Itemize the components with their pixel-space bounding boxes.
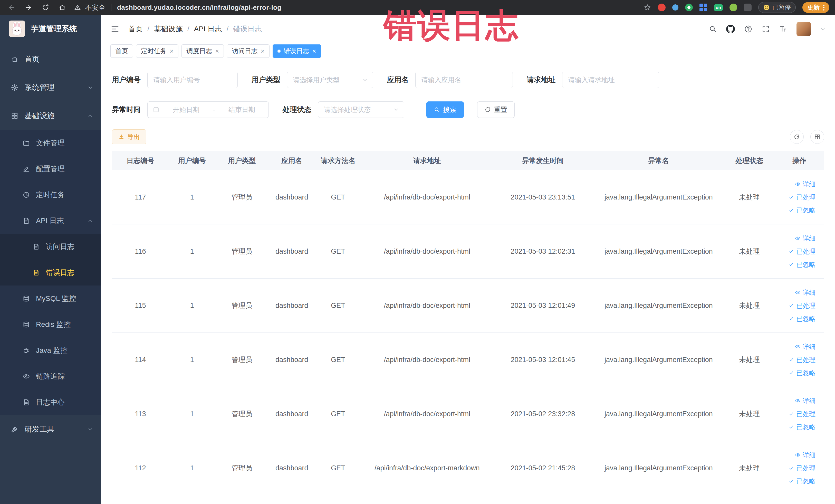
browser-back-icon[interactable]	[8, 4, 15, 11]
tab-error-log[interactable]: 错误日志 ×	[272, 44, 321, 58]
process-status-select[interactable]	[318, 101, 404, 118]
page-content: 用户编号 用户类型 应用名 请求地址	[101, 59, 835, 504]
sidebar-item-system[interactable]: 系统管理	[0, 74, 101, 102]
ignored-link[interactable]: 已忽略	[789, 477, 815, 485]
extension-on-badge[interactable]: on	[714, 4, 723, 11]
cell-exception-name: java.lang.IllegalArgumentException	[593, 387, 725, 441]
sidebar-item-label: 系统管理	[25, 82, 55, 93]
check-icon	[789, 370, 794, 376]
processed-link[interactable]: 已处理	[789, 301, 815, 310]
detail-link[interactable]: 详细	[795, 343, 815, 351]
help-icon[interactable]	[744, 25, 752, 33]
tab-home[interactable]: 首页	[110, 44, 133, 58]
tab-schedule-log[interactable]: 调度日志 ×	[182, 44, 224, 58]
user-type-select[interactable]	[287, 72, 373, 88]
processed-link[interactable]: 已处理	[789, 356, 815, 364]
sidebar: 芋道管理系统 首页 系统管理 基础设施 文件管理	[0, 15, 101, 504]
tab-scheduled-jobs[interactable]: 定时任务 ×	[136, 44, 178, 58]
coffee-icon	[23, 347, 30, 354]
tab-access-log[interactable]: 访问日志 ×	[227, 44, 269, 58]
sidebar-item-tracing[interactable]: 链路追踪	[0, 363, 101, 389]
tab-close-icon[interactable]: ×	[215, 48, 219, 55]
sidebar-item-label: 首页	[25, 54, 40, 64]
processed-link[interactable]: 已处理	[789, 247, 815, 256]
app-name-input[interactable]	[415, 72, 513, 88]
detail-link[interactable]: 详细	[795, 234, 815, 243]
sidebar-item-scheduled-jobs[interactable]: 定时任务	[0, 182, 101, 208]
extension-icon-leaf[interactable]	[730, 4, 737, 11]
sidebar-toggle-icon[interactable]	[110, 24, 120, 34]
sidebar-item-dev-tools[interactable]: 研发工具	[0, 415, 101, 443]
url-divider	[111, 4, 111, 11]
font-size-icon[interactable]	[779, 25, 787, 33]
address-bar[interactable]: 不安全 dashboard.yudao.iocoder.cn/infra/log…	[74, 3, 282, 12]
cell-status: 未处理	[725, 279, 774, 333]
extension-icon-red[interactable]	[658, 4, 666, 11]
search-button[interactable]: 搜索	[426, 101, 464, 118]
search-icon[interactable]	[709, 25, 717, 33]
reset-button[interactable]: 重置	[477, 101, 515, 118]
extension-icon-green[interactable]	[685, 4, 693, 11]
extension-icon-dark[interactable]	[744, 4, 752, 11]
ignored-link[interactable]: 已忽略	[789, 423, 815, 431]
extension-icon-grid[interactable]	[699, 4, 707, 11]
tab-close-icon[interactable]: ×	[261, 48, 264, 55]
user-id-input[interactable]	[147, 72, 238, 88]
breadcrumb-separator: /	[187, 25, 189, 33]
detail-link[interactable]: 详细	[795, 397, 815, 405]
extension-icon-blue[interactable]	[672, 4, 678, 11]
cell-app-name: dashboard	[269, 170, 315, 224]
sidebar-item-error-log[interactable]: 错误日志	[0, 260, 101, 285]
sidebar-item-config-management[interactable]: 配置管理	[0, 156, 101, 182]
processed-link[interactable]: 已处理	[789, 193, 815, 202]
reset-button-label: 重置	[494, 105, 507, 114]
tab-close-icon[interactable]: ×	[312, 48, 316, 55]
sidebar-item-redis-monitor[interactable]: Redis 监控	[0, 311, 101, 337]
sidebar-item-home[interactable]: 首页	[0, 45, 101, 74]
sidebar-item-java-monitor[interactable]: Java 监控	[0, 337, 101, 363]
user-type-label: 用户类型	[251, 75, 280, 85]
detail-link[interactable]: 详细	[795, 451, 815, 459]
sidebar-item-api-log[interactable]: API 日志	[0, 208, 101, 234]
cell-exception-name: java.lang.IllegalArgumentException	[593, 224, 725, 279]
eye-icon	[795, 289, 801, 295]
exception-time-range-picker[interactable]: 开始日期 - 结束日期	[147, 101, 269, 118]
browser-reload-icon[interactable]	[42, 4, 49, 11]
browser-home-icon[interactable]	[59, 4, 66, 11]
avatar-caret-icon[interactable]	[820, 26, 826, 32]
tab-close-icon[interactable]: ×	[170, 48, 174, 55]
sidebar-item-log-center[interactable]: 日志中心	[0, 389, 101, 415]
ignored-link[interactable]: 已忽略	[789, 369, 815, 377]
sidebar-item-access-log[interactable]: 访问日志	[0, 234, 101, 260]
processed-link[interactable]: 已处理	[789, 410, 815, 418]
detail-link[interactable]: 详细	[795, 180, 815, 188]
sidebar-item-infra[interactable]: 基础设施	[0, 102, 101, 130]
refresh-button[interactable]	[790, 130, 804, 144]
browser-menu-icon[interactable]	[823, 5, 824, 11]
breadcrumb-home[interactable]: 首页	[128, 24, 143, 34]
end-date-placeholder: 结束日期	[220, 105, 263, 114]
paused-pill[interactable]: 已暂停	[758, 2, 796, 13]
ignored-link[interactable]: 已忽略	[789, 315, 815, 323]
breadcrumb-infra[interactable]: 基础设施	[154, 24, 183, 34]
github-icon[interactable]	[726, 25, 735, 33]
breadcrumb-api-log[interactable]: API 日志	[194, 24, 222, 34]
ignored-link[interactable]: 已忽略	[789, 206, 815, 215]
export-button[interactable]: 导出	[112, 129, 146, 144]
request-url-input[interactable]	[562, 72, 659, 88]
column-settings-button[interactable]	[810, 130, 824, 144]
detail-link[interactable]: 详细	[795, 288, 815, 297]
check-icon	[789, 478, 794, 484]
sidebar-item-label: MySQL 监控	[36, 294, 76, 303]
app-logo[interactable]: 芋道管理系统	[0, 15, 101, 43]
fullscreen-icon[interactable]	[761, 25, 770, 33]
sidebar-item-file-management[interactable]: 文件管理	[0, 130, 101, 156]
sidebar-item-mysql-monitor[interactable]: MySQL 监控	[0, 285, 101, 311]
user-avatar[interactable]	[796, 22, 811, 36]
ignored-link[interactable]: 已忽略	[789, 260, 815, 269]
home-icon	[11, 56, 19, 63]
update-button[interactable]: 更新	[802, 2, 829, 13]
bookmark-star-icon[interactable]	[644, 4, 651, 11]
browser-forward-icon[interactable]	[25, 4, 32, 11]
processed-link[interactable]: 已处理	[789, 464, 815, 472]
